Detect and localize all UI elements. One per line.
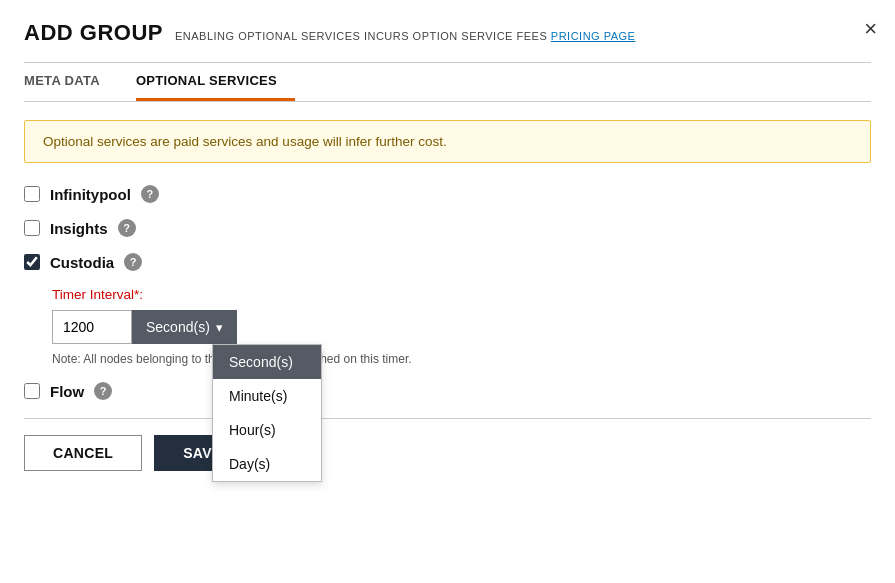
option-seconds[interactable]: Second(s) (213, 345, 321, 379)
timer-input[interactable] (52, 310, 132, 344)
option-hours[interactable]: Hour(s) (213, 413, 321, 447)
modal-header: ADD GROUP ENABLING OPTIONAL SERVICES INC… (24, 20, 871, 46)
footer-divider (24, 418, 871, 419)
close-button[interactable]: × (864, 18, 877, 40)
timer-row: Second(s) Second(s) Minute(s) Hour(s) Da… (52, 310, 871, 344)
custodia-section: Custodia ? Timer Interval*: Second(s) Se… (24, 253, 871, 366)
tabs-bar: META DATA OPTIONAL SERVICES (24, 63, 871, 102)
footer-actions: CANCEL SAVE (24, 435, 871, 471)
flow-checkbox[interactable] (24, 383, 40, 399)
insights-label: Insights (50, 220, 108, 237)
insights-help-icon[interactable]: ? (118, 219, 136, 237)
flow-row: Flow ? (24, 382, 871, 400)
notice-box: Optional services are paid services and … (24, 120, 871, 163)
timer-interval-label: Timer Interval*: (52, 287, 871, 302)
infinitypool-label: Infinitypool (50, 186, 131, 203)
pricing-link[interactable]: PRICING PAGE (551, 30, 636, 42)
infinitypool-help-icon[interactable]: ? (141, 185, 159, 203)
tab-optional-services[interactable]: OPTIONAL SERVICES (136, 63, 295, 101)
modal-container: ADD GROUP ENABLING OPTIONAL SERVICES INC… (0, 0, 895, 583)
dropdown-container: Second(s) Second(s) Minute(s) Hour(s) Da… (132, 310, 237, 344)
infinitypool-row: Infinitypool ? (24, 185, 871, 203)
cancel-button[interactable]: CANCEL (24, 435, 142, 471)
custodia-row: Custodia ? (24, 253, 871, 271)
custodia-help-icon[interactable]: ? (124, 253, 142, 271)
insights-checkbox[interactable] (24, 220, 40, 236)
flow-help-icon[interactable]: ? (94, 382, 112, 400)
insights-row: Insights ? (24, 219, 871, 237)
unit-dropdown-menu: Second(s) Minute(s) Hour(s) Day(s) (212, 344, 322, 482)
infinitypool-checkbox[interactable] (24, 186, 40, 202)
option-days[interactable]: Day(s) (213, 447, 321, 481)
modal-title: ADD GROUP (24, 20, 163, 46)
option-minutes[interactable]: Minute(s) (213, 379, 321, 413)
timer-note: Note: All nodes belonging to the group w… (52, 352, 871, 366)
tab-meta-data[interactable]: META DATA (24, 63, 118, 101)
custodia-checkbox[interactable] (24, 254, 40, 270)
custodia-label: Custodia (50, 254, 114, 271)
flow-label: Flow (50, 383, 84, 400)
unit-dropdown-button[interactable]: Second(s) (132, 310, 237, 344)
modal-subtitle: ENABLING OPTIONAL SERVICES INCURS OPTION… (175, 30, 636, 42)
